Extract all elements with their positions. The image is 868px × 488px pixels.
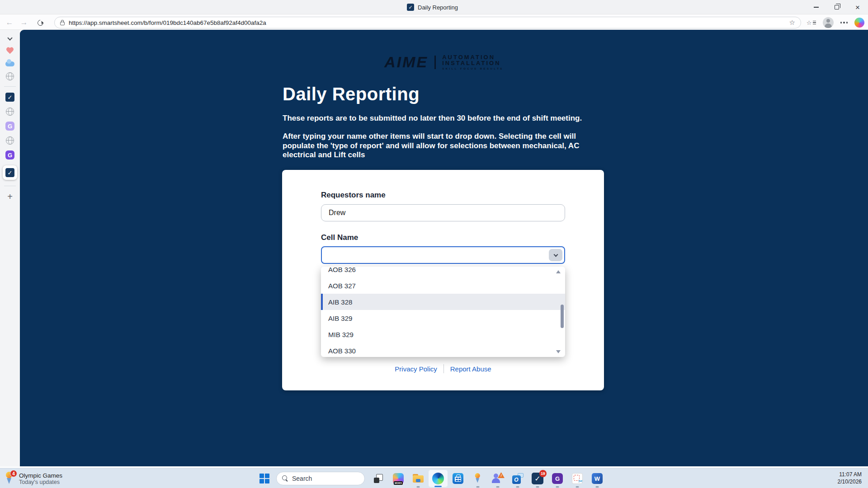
cell-name-combobox[interactable] [321, 246, 565, 264]
teams-button[interactable]: ! [488, 469, 508, 488]
tab-grammarly-favicon[interactable]: G [5, 150, 14, 160]
tab-smartsheet-favicon-1[interactable]: ✓ [5, 93, 14, 102]
clock-time: 11:07 AM [838, 471, 862, 478]
browser-toolbar: ← → https://app.smartsheet.com/b/form/01… [0, 15, 868, 30]
clock-date: 2/10/2026 [838, 478, 862, 485]
store-icon [453, 473, 463, 484]
start-button[interactable] [255, 469, 274, 488]
tab-globe-favicon-1[interactable] [6, 72, 14, 80]
dropdown-option[interactable]: MIB 329 [321, 326, 565, 343]
form-intro-1: These reports are to be submitted no lat… [283, 114, 780, 123]
lock-icon [60, 22, 65, 25]
dropdown-options: AOB 326 AOB 327 AIB 328 AIB 329 MIB 329 … [321, 267, 565, 357]
taskbar-search[interactable]: Search [276, 472, 365, 485]
copilot-icon[interactable] [854, 18, 864, 28]
new-tab-button[interactable]: + [7, 192, 13, 201]
smartsheet-app-button[interactable]: ✓19 [528, 469, 547, 488]
minimize-button[interactable] [806, 0, 826, 14]
widgets-torch-button[interactable] [468, 469, 488, 488]
form-title: Daily Reporting [283, 84, 420, 104]
grammarly-icon: G [552, 473, 563, 484]
tab-globe-favicon-3[interactable] [6, 136, 14, 145]
taskbar-clock[interactable]: 11:07 AM 2/10/2026 [838, 471, 862, 485]
combobox-dropdown-button[interactable] [549, 249, 562, 261]
dropdown-scrollbar[interactable] [561, 305, 564, 328]
active-tab-smartsheet[interactable]: ✓ [3, 165, 17, 180]
window-controls: × [806, 0, 868, 14]
teams-alert-icon: ! [492, 473, 504, 484]
collapse-sidebar-icon[interactable] [7, 35, 12, 40]
logo-tagline: SKILL FOCUS RESULTS [442, 67, 504, 70]
task-view-icon [374, 474, 383, 483]
grammarly-button[interactable]: G [547, 469, 567, 488]
m365-copilot-button[interactable]: M365 [388, 469, 408, 488]
teams-warning-badge: ! [498, 472, 505, 478]
close-button[interactable]: × [847, 0, 868, 14]
active-tab[interactable]: ✓ Daily Reporting [407, 0, 458, 14]
widget-badge: 4 [10, 470, 17, 477]
chevron-down-icon [553, 252, 558, 257]
favorites-bar-button[interactable]: ☆ [807, 19, 816, 26]
smartsheet-favicon: ✓ [407, 4, 414, 11]
dropdown-option[interactable]: AOB 330 [321, 343, 565, 357]
dropdown-option[interactable]: AOB 327 [321, 277, 565, 294]
favorites-star-icon: ☆ [807, 19, 812, 26]
dropdown-option[interactable]: AIB 329 [321, 310, 565, 326]
cell-name-label: Cell Name [321, 233, 358, 242]
scroll-up-icon[interactable] [556, 270, 561, 273]
widget-subtitle: Today's updates [19, 479, 62, 485]
word-icon: W [592, 473, 603, 484]
windows-logo-icon [259, 474, 269, 483]
tab-grammarly-favicon-light[interactable]: G [5, 122, 14, 131]
edge-icon [432, 473, 444, 484]
sidebar-divider-2 [4, 186, 16, 186]
smartsheet-app-icon: ✓19 [532, 473, 543, 484]
news-widget[interactable]: 4 Olympic Games Today's updates [5, 470, 62, 487]
back-button[interactable]: ← [4, 17, 15, 28]
dropdown-option[interactable]: AOB 326 [321, 267, 565, 277]
toolbar-right-icons: ☆ [807, 16, 864, 29]
word-button[interactable]: W [587, 469, 607, 488]
task-view-button[interactable] [368, 469, 388, 488]
favorite-star-icon[interactable]: ☆ [789, 19, 795, 27]
report-abuse-link[interactable]: Report Abuse [450, 365, 491, 373]
back-icon: ← [6, 18, 14, 27]
minimize-icon [814, 7, 819, 8]
favorites-lines-icon [813, 21, 816, 25]
outlook-button[interactable]: O [508, 469, 528, 488]
forward-button[interactable]: → [18, 17, 30, 28]
olympic-torch-icon: 4 [5, 472, 14, 485]
tab-cloud-favicon[interactable] [5, 61, 14, 66]
privacy-policy-link[interactable]: Privacy Policy [395, 365, 437, 373]
search-icon [282, 475, 288, 482]
snipping-tool-button[interactable]: ✂ [567, 469, 587, 488]
scroll-down-icon[interactable] [556, 350, 561, 353]
restore-button[interactable] [826, 0, 847, 14]
refresh-button[interactable] [34, 17, 46, 28]
requestor-name-input[interactable] [321, 204, 565, 221]
tab-globe-favicon-2[interactable] [6, 108, 14, 116]
form-intro-2: After typing your name other items will … [283, 132, 599, 160]
logo-line1: AUTOMATION [442, 54, 504, 61]
page-content: AIME AUTOMATION INSTALLATION SKILL FOCUS… [20, 30, 868, 466]
restore-icon [835, 5, 839, 9]
browser-titlebar: ✓ Daily Reporting × [0, 0, 868, 14]
legal-links: Privacy Policy Report Abuse [282, 364, 604, 373]
torch-icon [474, 473, 482, 484]
legal-divider [443, 364, 444, 373]
settings-menu-button[interactable] [840, 22, 848, 23]
address-bar[interactable]: https://app.smartsheet.com/b/form/019bdc… [54, 17, 801, 28]
edge-button[interactable] [428, 469, 448, 488]
tab-heart-favicon[interactable] [6, 47, 14, 54]
requestor-name-label: Requestors name [321, 191, 386, 200]
profile-avatar[interactable] [823, 17, 834, 28]
folder-icon [413, 474, 424, 483]
store-button[interactable] [448, 469, 468, 488]
file-explorer-button[interactable] [408, 469, 428, 488]
dropdown-option-highlighted[interactable]: AIB 328 [321, 294, 565, 310]
logo-brand-text: AIME [384, 53, 428, 71]
sidebar-divider-1 [4, 86, 16, 87]
url-text: https://app.smartsheet.com/b/form/019bdc… [69, 19, 785, 26]
close-icon: × [855, 4, 860, 11]
screen: ✓ Daily Reporting × ← → https://app.smar… [0, 0, 868, 488]
